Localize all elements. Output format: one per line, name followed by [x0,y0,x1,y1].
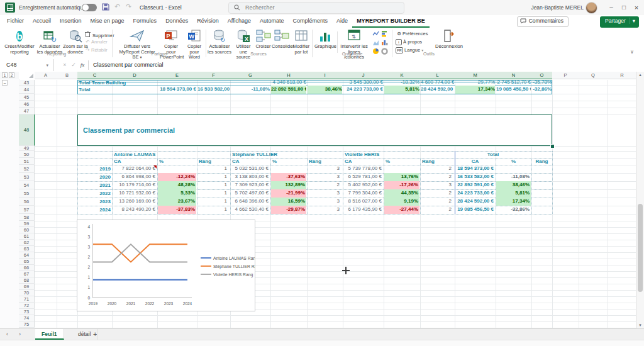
confirm-formula-icon[interactable]: ✓ [69,59,78,71]
outline-collapse-button[interactable]: – [2,80,8,86]
ribbon-button-preferences[interactable]: ⚙Préférences [396,31,428,36]
tab-scroll-left-icon[interactable]: ‹ [6,331,8,337]
row-header-56[interactable]: 56 [19,198,35,206]
row-header-61[interactable]: 61 [19,233,35,240]
cell-O43[interactable]: -35,78% [532,80,552,86]
menu-tab-insertion[interactable]: Insertion [55,15,86,28]
cell-I52[interactable]: 3 [308,165,342,173]
cell-K53[interactable]: 13,76% [384,173,419,181]
cell-D53[interactable]: 6 864 998,00 € [113,173,157,181]
minichart-hbar-icon[interactable] [381,30,388,37]
minichart-area-icon[interactable] [372,39,379,46]
column-header-B[interactable]: B [57,72,78,79]
sheet-tab-feuil1[interactable]: Feuil1 [35,329,64,340]
cell-E53[interactable]: -12,24% [158,173,196,181]
row-header-51[interactable]: 51 [19,158,35,165]
cell-J52[interactable]: 5 739 778,00 € [343,165,383,173]
column-header-A[interactable]: A [35,72,57,79]
menu-tab-r-vision[interactable]: Révision [192,15,223,28]
minichart-line-icon[interactable] [372,30,379,37]
cell-O44[interactable]: -32,86% [532,86,552,94]
column-header-C[interactable]: C [77,72,113,79]
cell-D57[interactable]: 8 243 490,20 € [113,206,157,214]
menu-tab-affichage[interactable]: Affichage [223,15,255,28]
select-all-corner[interactable] [29,74,33,78]
row-header-73[interactable]: 73 [19,309,35,315]
row-header-48[interactable]: 48 [19,114,35,146]
menu-tab-compl-ments[interactable]: Compléments [289,15,333,28]
cell-F57[interactable]: 1 [197,206,230,214]
spreadsheet-grid[interactable]: ABCDEFGHIJKLMNOPQR1243444546474849505152… [0,72,636,328]
cell-H56[interactable]: 16,59% [271,198,306,206]
cell-L44[interactable]: 28 424 592,00 € [421,86,454,94]
cell-K56[interactable]: 9,19% [384,198,419,206]
scroll-up-icon[interactable]: ▲ [636,73,644,77]
cancel-formula-icon[interactable]: × [60,59,69,71]
insert-function-icon[interactable]: fx [78,59,87,71]
cell-D56[interactable]: 13 260 169,00 € [113,198,157,206]
cell-L43[interactable]: 4 600 774,00 € [421,80,454,86]
cell-L55[interactable]: 2 [421,189,454,198]
menu-tab-myreport-builder-be[interactable]: MYREPORT BUILDER BE [352,15,430,28]
cell-M53[interactable]: 16 533 582,00 € [455,173,495,181]
cell-F55[interactable]: 1 [197,189,230,198]
cell-C43[interactable]: Total Team Building [79,80,167,86]
comments-button[interactable]: Commentaires [517,16,569,27]
cell-K43[interactable]: -18,32% [384,80,419,86]
cell-M43[interactable]: 29,77% [455,80,495,86]
vertical-scrollbar[interactable]: ▲ ▼ [636,72,644,328]
column-header-M[interactable]: M [455,72,496,79]
cell-H53[interactable]: -37,63% [271,173,306,181]
cell-L53[interactable]: 2 [421,173,454,181]
cell-I44[interactable]: 38,46% [308,86,342,94]
column-header-L[interactable]: L [420,72,455,79]
row-header-71[interactable]: 71 [19,296,35,303]
row-header-70[interactable]: 70 [19,290,35,296]
row-header-58[interactable]: 58 [19,214,35,221]
cell-K57[interactable]: -27,44% [384,206,419,214]
cell-L57[interactable]: 2 [421,206,454,214]
autosave-toggle[interactable] [82,4,97,11]
cell-J56[interactable]: 8 516 027,00 € [343,198,383,206]
cell-D52[interactable]: 7 822 064,00 € [113,165,157,173]
cell-M55[interactable]: 24 223 733,00 € [455,189,495,198]
redo-icon[interactable]: ↷ [126,3,131,11]
cell-G54[interactable]: 7 309 923,00 € [231,181,270,189]
menu-tab-fichier[interactable]: Fichier [3,15,28,28]
cell-I55[interactable]: 3 [308,189,342,198]
column-header-H[interactable]: H [270,72,308,79]
row-header-50[interactable]: 50 [19,151,35,158]
row-header-46[interactable]: 46 [19,101,35,108]
ribbon-button-refresh-data[interactable]: ↻ Actualiser les données [36,29,63,55]
row-header-57[interactable]: 57 [19,206,35,214]
search-input[interactable]: Rechercher [228,2,404,14]
cell-E56[interactable]: 23,67% [158,198,196,206]
column-header-P[interactable]: P [552,72,579,79]
cell-I56[interactable]: 3 [308,198,342,206]
undo-icon[interactable]: ↶ [114,3,120,11]
cell-E44[interactable]: 18 594 373,00 € [158,86,196,94]
row-header-68[interactable]: 68 [19,277,35,284]
cell-H44[interactable]: 22 892 591,00 € [271,86,306,94]
fill-handle[interactable] [550,144,555,148]
cell-K55[interactable]: 44,35% [384,189,419,198]
row-header-63[interactable]: 63 [19,246,35,252]
row-header-69[interactable]: 69 [19,284,35,290]
row-header-67[interactable]: 67 [19,271,35,277]
cell-N56[interactable]: 17,34% [496,198,531,206]
cell-I54[interactable]: 2 [308,181,342,189]
cell-I53[interactable]: 3 [308,173,342,181]
ribbon-button-annuler[interactable]: ↶Annuler [84,39,108,45]
cell-H57[interactable]: -29,87% [271,206,306,214]
cell-M57[interactable]: 19 085 456,50 € [455,206,495,214]
cell-D54[interactable]: 10 179 716,00 € [113,181,157,189]
menu-tab-formules[interactable]: Formules [129,15,162,28]
column-header-G[interactable]: G [230,72,271,79]
column-header-F[interactable]: F [197,72,231,79]
close-button[interactable]: × [631,3,641,13]
row-header-55[interactable]: 55 [19,189,35,198]
cell-M44[interactable]: 17,34% [455,86,495,94]
cell-M52[interactable]: 18 594 373,00 € [455,165,495,173]
row-header-53[interactable]: 53 [19,173,35,181]
cell-N44[interactable]: 19 085 456,50 € [496,86,531,94]
